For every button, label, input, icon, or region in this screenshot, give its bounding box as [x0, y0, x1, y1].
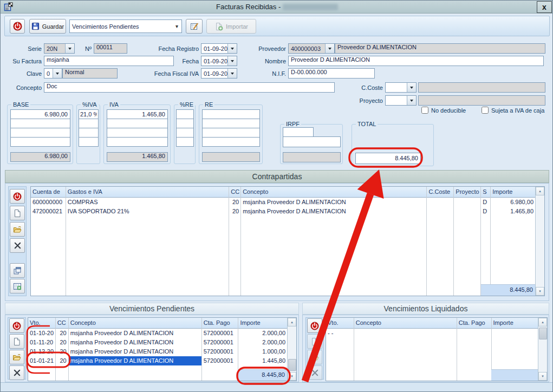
liquidados-new-button[interactable] — [307, 334, 322, 349]
contrapartidas-cell[interactable]: 6.980,00 — [491, 198, 535, 207]
iva-input-3[interactable] — [107, 137, 168, 147]
col-header-vto[interactable]: Vto. — [326, 318, 354, 329]
pendientes-cell[interactable]: 1.445,80 — [238, 356, 287, 365]
view-mode-select[interactable]: Vencimientos Pendientes ▾ — [69, 19, 182, 33]
pre-input-3[interactable] — [176, 137, 194, 147]
scrollbar-thumb[interactable] — [539, 328, 547, 339]
pendientes-cell[interactable]: 01-11-20 — [28, 338, 55, 347]
re-input-0[interactable] — [202, 109, 260, 119]
pendientes-cell[interactable]: 20 — [56, 338, 68, 347]
fecha-registro-picker[interactable]: 01-09-20 — [201, 43, 237, 54]
scroll-down-icon[interactable]: ▾ — [536, 287, 544, 296]
pendientes-cell[interactable]: 20 — [56, 356, 68, 365]
proyecto-select[interactable] — [385, 95, 417, 106]
iva-input-0[interactable] — [107, 109, 168, 119]
fecha-picker[interactable]: 01-09-20 — [201, 56, 237, 66]
base-input-1[interactable] — [10, 119, 70, 128]
contrapartidas-delete-button[interactable] — [10, 238, 25, 253]
scroll-up-icon[interactable]: ▴ — [536, 187, 544, 195]
pendientes-cell[interactable]: 2.000,00 — [238, 338, 287, 347]
scrollbar-track[interactable] — [538, 326, 547, 372]
contrapartidas-cell[interactable]: 20 — [229, 207, 240, 216]
scroll-down-icon[interactable]: ▾ — [288, 372, 296, 381]
liquidados-cell[interactable]: - - — [326, 329, 354, 338]
clave-select[interactable]: 0 — [44, 68, 62, 79]
contrapartidas-new-button[interactable] — [10, 206, 25, 220]
base-input-3[interactable] — [10, 137, 70, 147]
contrapartidas-cell[interactable]: D — [481, 207, 490, 216]
pendientes-cell[interactable]: msjanha Proveedor D ALIMENTACION — [69, 338, 201, 347]
contrapartidas-open-button[interactable] — [10, 222, 25, 237]
col-header-s[interactable]: S — [481, 187, 490, 198]
pendientes-cell[interactable]: 01-01-21 — [28, 356, 55, 365]
fecha-fiscal-iva-picker[interactable]: 01-09-20 — [201, 68, 237, 79]
irpf-input-1[interactable] — [283, 127, 314, 137]
col-header-importe[interactable]: Importe — [491, 187, 535, 198]
importar-button[interactable]: Importar — [206, 19, 256, 34]
liquidados-scrollbar[interactable]: ▴ ▾ — [538, 318, 547, 381]
numero-field[interactable]: 00011 — [94, 43, 127, 54]
scroll-up-icon[interactable]: ▴ — [288, 318, 296, 326]
contrapartidas-scrollbar[interactable]: ▴ ▾ — [535, 187, 544, 296]
liquidados-delete-button[interactable] — [307, 365, 322, 380]
liquidados-cell[interactable] — [492, 329, 538, 338]
close-button[interactable]: x — [537, 1, 552, 13]
col-header-cta-pago[interactable]: Cta. Pago — [457, 318, 491, 329]
pendientes-cell[interactable]: 572000001 — [202, 338, 238, 347]
col-header-cc[interactable]: CC — [229, 187, 240, 198]
piva-input-2[interactable] — [79, 128, 99, 138]
contrapartidas-cell[interactable] — [454, 198, 480, 207]
col-header-vto[interactable]: Vto. — [28, 318, 55, 329]
pendientes-cell[interactable]: 572000001 — [202, 356, 238, 365]
no-deducible-checkbox[interactable] — [421, 107, 428, 114]
serie-select[interactable]: 20N — [44, 43, 75, 54]
pendientes-open-button[interactable] — [9, 350, 24, 364]
contrapartidas-copy-button[interactable] — [10, 263, 25, 278]
pendientes-cell[interactable]: 1.000,00 — [238, 347, 287, 356]
contrapartidas-cell[interactable] — [454, 207, 480, 216]
re-input-2[interactable] — [202, 128, 260, 138]
col-header-ccoste[interactable]: C.Coste — [427, 187, 453, 198]
col-header-cc[interactable]: CC — [56, 318, 68, 329]
col-header-cta-pago[interactable]: Cta. Pago — [202, 318, 238, 329]
scroll-up-icon[interactable]: ▴ — [538, 318, 547, 326]
nombre-field[interactable]: Proveedor D ALIMENTACION — [288, 56, 544, 66]
base-input-2[interactable] — [10, 128, 70, 138]
liquidados-open-button[interactable] — [307, 350, 322, 364]
scroll-down-icon[interactable]: ▾ — [538, 372, 547, 381]
piva-input-3[interactable] — [79, 137, 99, 147]
ccoste-select[interactable] — [385, 82, 417, 93]
pre-input-0[interactable] — [176, 109, 194, 119]
pendientes-delete-button[interactable] — [9, 365, 24, 380]
contrapartidas-cell[interactable]: IVA SOPORTADO 21% — [66, 207, 229, 216]
contrapartidas-cell[interactable]: msjanha Proveedor D ALIMENTACION — [241, 198, 426, 207]
iva-input-2[interactable] — [107, 128, 168, 138]
exit-button[interactable] — [10, 19, 25, 34]
pendientes-cell-selected[interactable]: msjanha Proveedor D ALIMENTACION — [69, 356, 201, 365]
pendientes-scrollbar[interactable]: ▴ ▾ — [287, 318, 296, 381]
col-header-importe[interactable]: Importe — [238, 318, 287, 329]
liquidados-cell[interactable] — [457, 329, 491, 338]
liquidados-cell[interactable] — [354, 329, 457, 338]
col-header-concepto[interactable]: Concepto — [241, 187, 426, 198]
nif-field[interactable]: D-00.000.000 — [288, 68, 375, 79]
contrapartidas-cell[interactable]: COMPRAS — [66, 198, 229, 207]
contrapartidas-cell[interactable] — [427, 207, 453, 216]
pendientes-cell[interactable]: msjanha Proveedor D ALIMENTACION — [69, 329, 201, 338]
proveedor-code-select[interactable]: 400000003 — [288, 43, 335, 54]
pendientes-cell[interactable]: 20 — [56, 347, 68, 356]
su-factura-field[interactable]: msjanha — [44, 56, 174, 66]
sujeta-iva-caja-checkbox[interactable] — [482, 107, 489, 114]
edit-button[interactable] — [186, 19, 203, 34]
piva-input-0[interactable] — [79, 109, 99, 119]
pendientes-new-button[interactable] — [9, 334, 24, 349]
contrapartidas-exit-button[interactable] — [10, 189, 25, 204]
col-header-concepto[interactable]: Concepto — [69, 318, 201, 329]
liquidados-exit-button[interactable] — [307, 318, 322, 333]
pre-input-1[interactable] — [176, 119, 194, 128]
iva-input-1[interactable] — [107, 119, 168, 128]
pendientes-cell[interactable]: 572000001 — [202, 347, 238, 356]
scrollbar-thumb[interactable] — [288, 359, 296, 371]
scrollbar-track[interactable] — [288, 326, 296, 372]
col-header-cuenta[interactable]: Cuenta de — [31, 187, 66, 198]
